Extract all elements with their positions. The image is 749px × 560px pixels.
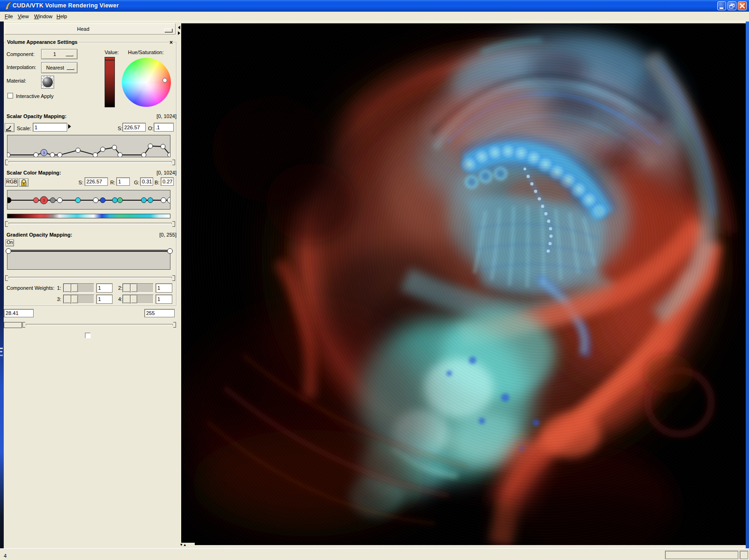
svg-text:3: 3 bbox=[43, 151, 45, 155]
svg-text:3: 3 bbox=[43, 198, 45, 203]
